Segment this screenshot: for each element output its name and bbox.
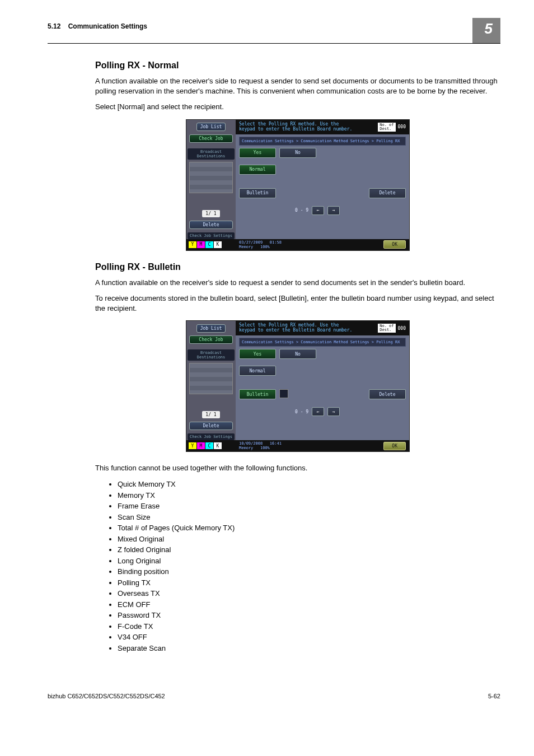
normal-button[interactable]: Normal — [239, 366, 276, 376]
dest-list — [189, 363, 233, 394]
range-label: 0 - 9 — [295, 409, 308, 414]
device-screenshot-normal: Job List Select the Polling RX method. U… — [186, 119, 410, 251]
page-footer: bizhub C652/C652DS/C552/C552DS/C452 5-62 — [0, 693, 534, 699]
breadcrumb: Communication Settings > Communication M… — [239, 338, 406, 347]
status-memory-pct: 100% — [260, 245, 270, 249]
list-item: Frame Erase — [118, 501, 500, 512]
yes-button[interactable]: Yes — [239, 148, 276, 158]
job-list-button[interactable]: Job List — [196, 123, 226, 131]
list-item: Mixed Original — [118, 534, 500, 545]
no-button[interactable]: No — [279, 148, 316, 158]
status-time: 01:58 — [270, 240, 282, 245]
broadcast-label: Broadcast Destinations — [188, 349, 235, 361]
yes-button[interactable]: Yes — [239, 349, 276, 359]
list-item: Separate Scan — [118, 643, 500, 654]
list-item: Long Original — [118, 556, 500, 567]
list-item: Quick Memory TX — [118, 479, 500, 490]
list-item: Total # of Pages (Quick Memory TX) — [118, 522, 500, 534]
check-job-settings-button[interactable]: Check Job Settings — [188, 433, 235, 440]
status-memory: Memory — [239, 446, 253, 450]
page-header: 5.12 Communication Settings 5 — [48, 22, 500, 44]
page-indicator: 1/ 1 — [202, 210, 219, 217]
dest-count: 000 — [398, 326, 406, 331]
prompt-text: Select the Polling RX method. Use the ke… — [239, 122, 352, 132]
sec1-p2: Select [Normal] and select the recipient… — [95, 102, 500, 112]
toner-indicator: YMCK — [186, 442, 236, 449]
status-time: 16:41 — [270, 441, 282, 446]
bulletin-button[interactable]: Bulletin — [239, 389, 276, 399]
list-item: Overseas TX — [118, 588, 500, 599]
status-memory-pct: 100% — [260, 446, 270, 450]
sec1-p1: A function available on the receiver's s… — [95, 76, 500, 96]
no-button[interactable]: No — [279, 349, 316, 359]
job-list-button[interactable]: Job List — [196, 324, 226, 333]
status-date: 10/09/2008 — [239, 441, 263, 446]
list-item: V34 OFF — [118, 632, 500, 643]
list-item: Polling TX — [118, 577, 500, 589]
arrow-right-icon[interactable]: → — [327, 206, 340, 215]
broadcast-label: Broadcast Destinations — [188, 148, 235, 160]
arrow-left-icon[interactable]: ← — [312, 407, 324, 416]
delete-button[interactable]: Delete — [369, 389, 406, 399]
dest-label: No. of Dest. — [378, 123, 395, 132]
normal-button[interactable]: Normal — [239, 165, 276, 175]
toner-indicator: YMCK — [186, 241, 236, 248]
list-item: Binding position — [118, 566, 500, 577]
dest-list — [189, 162, 233, 193]
polling-rx-normal-title: Polling RX - Normal — [95, 60, 500, 71]
page-indicator: 1/ 1 — [202, 411, 219, 418]
sec2-p1: A function available on the receiver's s… — [95, 278, 500, 288]
bulletin-number-input[interactable] — [279, 389, 288, 398]
arrow-right-icon[interactable]: → — [327, 407, 340, 416]
status-date: 03/27/2009 — [239, 240, 263, 245]
delete-button[interactable]: Delete — [369, 188, 406, 198]
sec2-p2: To receive documents stored in the bulle… — [95, 293, 500, 314]
range-label: 0 - 9 — [295, 208, 308, 213]
list-item: Password TX — [118, 610, 500, 621]
footer-page: 5-62 — [488, 693, 500, 699]
check-job-button[interactable]: Check Job — [189, 335, 233, 344]
prompt-text: Select the Polling RX method. Use the ke… — [239, 323, 352, 333]
arrow-left-icon[interactable]: ← — [312, 206, 324, 215]
dest-label: No. of Dest. — [378, 324, 395, 333]
breadcrumb: Communication Settings > Communication M… — [239, 137, 406, 146]
list-item: Memory TX — [118, 490, 500, 501]
limitations-list: Quick Memory TX Memory TX Frame Erase Sc… — [95, 479, 500, 654]
chapter-badge: 5 — [472, 18, 500, 43]
limitations-intro: This function cannot be used together wi… — [95, 463, 500, 473]
side-delete-button[interactable]: Delete — [189, 221, 233, 229]
check-job-button[interactable]: Check Job — [189, 134, 233, 143]
bulletin-button[interactable]: Bulletin — [239, 188, 276, 198]
side-delete-button[interactable]: Delete — [189, 422, 233, 430]
device-screenshot-bulletin: Job List Select the Polling RX method. U… — [186, 320, 410, 452]
list-item: ECM OFF — [118, 599, 500, 610]
header-section: 5.12 Communication Settings — [48, 22, 147, 32]
dest-count: 000 — [398, 124, 406, 129]
ok-button[interactable]: OK — [383, 240, 406, 249]
list-item: Scan Size — [118, 512, 500, 523]
status-memory: Memory — [239, 245, 253, 249]
list-item: F-Code TX — [118, 621, 500, 632]
header-section-no: 5.12 — [48, 22, 60, 30]
list-item: Z folded Original — [118, 544, 500, 556]
ok-button[interactable]: OK — [383, 442, 406, 450]
footer-model: bizhub C652/C652DS/C552/C552DS/C452 — [48, 693, 165, 699]
polling-rx-bulletin-title: Polling RX - Bulletin — [95, 262, 500, 272]
check-job-settings-button[interactable]: Check Job Settings — [188, 232, 235, 239]
header-section-title: Communication Settings — [68, 22, 147, 30]
